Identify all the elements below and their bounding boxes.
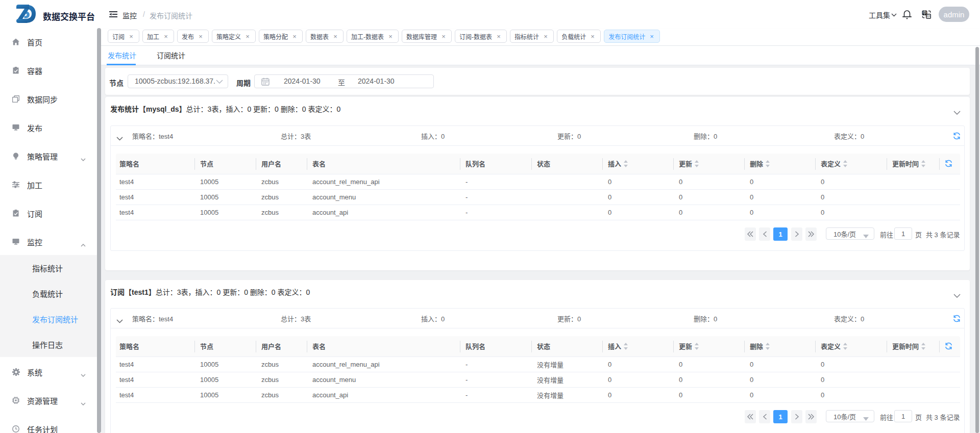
svg-text:En: En [926,14,930,18]
